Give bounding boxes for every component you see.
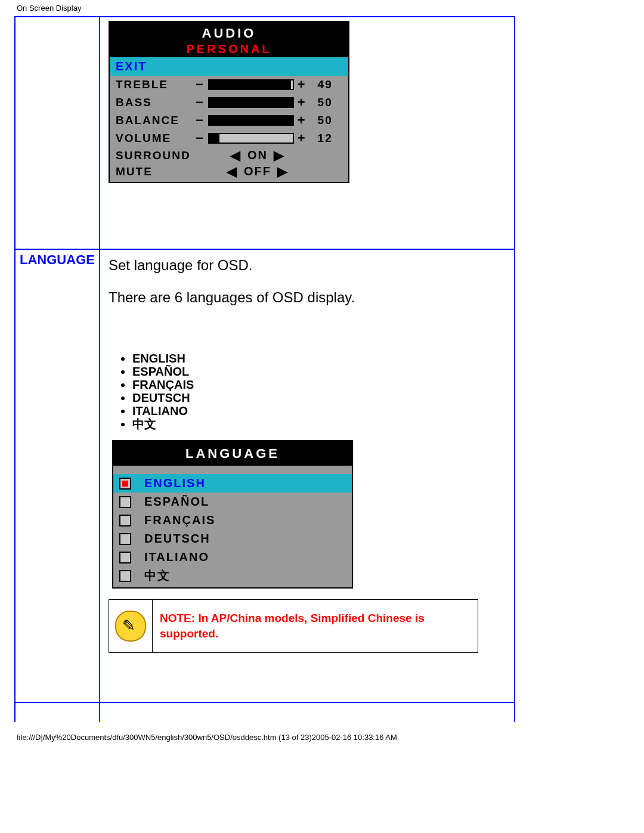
audio-osd-exit: EXIT: [116, 60, 147, 73]
arrow-right-icon[interactable]: ▶: [274, 149, 285, 162]
note-table: NOTE: In AP/China models, Simplified Chi…: [109, 599, 478, 652]
audio-osd-title: AUDIO: [110, 26, 348, 41]
plus-icon[interactable]: +: [295, 113, 309, 128]
list-item: ENGLISH: [132, 352, 506, 365]
slider-value: 50: [309, 114, 333, 127]
note-text: NOTE: In AP/China models, Simplified Chi…: [153, 600, 478, 652]
row3-content: [100, 702, 515, 722]
plus-icon[interactable]: +: [295, 95, 309, 110]
radio-icon: [119, 570, 131, 582]
audio-slider-bass[interactable]: BASS − + 50: [110, 94, 348, 112]
audio-osd-box: AUDIO PERSONAL EXIT TREBLE − + 49 BASS −: [109, 21, 349, 183]
audio-slider-treble[interactable]: TREBLE − + 49: [110, 76, 348, 94]
language-option-label: 中文: [144, 568, 171, 584]
audio-osd-exit-row[interactable]: EXIT: [110, 57, 348, 76]
row2-content: Set language for OSD. There are 6 langua…: [100, 249, 515, 702]
toggle-label: MUTE: [116, 165, 193, 178]
arrow-left-icon[interactable]: ◀: [227, 165, 238, 178]
language-option-deutsch[interactable]: DEUTSCH: [113, 529, 352, 548]
row2-label: LANGUAGE: [20, 252, 95, 267]
page-footer: file:///D|/My%20Documents/dfu/300WN5/eng…: [0, 722, 644, 748]
page-title: On Screen Display: [0, 0, 644, 16]
radio-selected-icon: [119, 478, 131, 490]
slider-label: VOLUME: [116, 132, 193, 145]
slider-track[interactable]: [208, 79, 294, 90]
language-intro-1: Set language for OSD.: [109, 256, 506, 275]
plus-icon[interactable]: +: [295, 131, 309, 146]
language-option-italiano[interactable]: ITALIANO: [113, 548, 352, 566]
row1-content: AUDIO PERSONAL EXIT TREBLE − + 49 BASS −: [100, 17, 515, 249]
language-option-english[interactable]: ENGLISH: [113, 474, 352, 493]
row3-label-cell: [15, 702, 100, 722]
row2-label-cell: LANGUAGE: [15, 249, 100, 702]
list-item: ESPAÑOL: [132, 365, 506, 378]
language-bullet-list: ENGLISH ESPAÑOL FRANÇAIS DEUTSCH ITALIAN…: [132, 352, 506, 431]
arrow-right-icon[interactable]: ▶: [277, 165, 289, 178]
minus-icon[interactable]: −: [193, 77, 207, 92]
language-option-label: ITALIANO: [144, 549, 209, 565]
language-option-label: ESPAÑOL: [144, 494, 209, 510]
language-option-label: FRANÇAIS: [144, 512, 215, 528]
audio-toggle-mute[interactable]: MUTE ◀ OFF ▶: [110, 163, 348, 179]
slider-track[interactable]: [208, 97, 294, 108]
language-intro-2: There are 6 languages of OSD display.: [109, 288, 506, 307]
slider-value: 12: [309, 132, 333, 145]
list-item: 中文: [132, 417, 506, 431]
row1-label-cell: [15, 17, 100, 249]
radio-icon: [119, 496, 131, 508]
toggle-value: OFF: [244, 165, 271, 178]
language-option-espanol[interactable]: ESPAÑOL: [113, 493, 352, 511]
radio-icon: [119, 552, 131, 563]
main-table: AUDIO PERSONAL EXIT TREBLE − + 49 BASS −: [14, 16, 515, 722]
slider-label: BASS: [116, 96, 193, 109]
arrow-left-icon[interactable]: ◀: [230, 149, 242, 162]
toggle-label: SURROUND: [116, 149, 193, 162]
radio-icon: [119, 515, 131, 527]
minus-icon[interactable]: −: [193, 95, 207, 110]
audio-slider-balance[interactable]: BALANCE − + 50: [110, 112, 348, 129]
list-item: DEUTSCH: [132, 391, 506, 404]
minus-icon[interactable]: −: [193, 131, 207, 146]
slider-label: BALANCE: [116, 114, 193, 127]
slider-value: 50: [309, 96, 333, 109]
audio-slider-volume[interactable]: VOLUME − + 12: [110, 129, 348, 147]
language-option-label: ENGLISH: [144, 475, 206, 491]
minus-icon[interactable]: −: [193, 113, 207, 128]
list-item: FRANÇAIS: [132, 378, 506, 391]
toggle-value: ON: [247, 148, 268, 162]
note-icon-cell: [109, 600, 153, 652]
language-option-francais[interactable]: FRANÇAIS: [113, 511, 352, 529]
language-osd-title: LANGUAGE: [113, 441, 352, 466]
slider-track[interactable]: [208, 133, 294, 144]
note-pencil-icon: [115, 611, 146, 642]
language-option-label: DEUTSCH: [144, 531, 210, 547]
audio-osd-header: AUDIO PERSONAL: [110, 22, 348, 57]
plus-icon[interactable]: +: [295, 77, 309, 92]
audio-toggle-surround[interactable]: SURROUND ◀ ON ▶: [110, 147, 348, 163]
language-osd-box: LANGUAGE ENGLISH ESPAÑOL FRANÇAIS DEUTSC…: [112, 440, 353, 589]
radio-icon: [119, 533, 131, 545]
list-item: ITALIANO: [132, 404, 506, 417]
slider-track[interactable]: [208, 115, 294, 126]
audio-osd-subtitle: PERSONAL: [110, 41, 348, 56]
slider-value: 49: [309, 78, 333, 91]
language-option-chinese[interactable]: 中文: [113, 566, 352, 585]
slider-label: TREBLE: [116, 78, 193, 91]
